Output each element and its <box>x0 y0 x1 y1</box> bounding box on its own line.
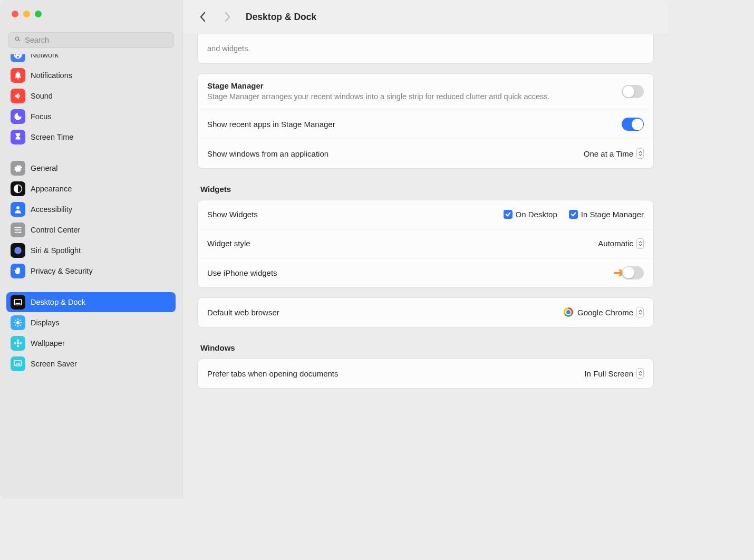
chrome-icon <box>564 307 573 317</box>
svg-point-13 <box>20 342 22 345</box>
row-stage-manager: Stage Manager Stage Manager arranges you… <box>198 74 653 110</box>
moon-icon <box>11 109 25 124</box>
search-input[interactable] <box>25 36 168 44</box>
sidebar: NetworkNotificationsSoundFocusScreen Tim… <box>0 0 182 499</box>
sidebar-item-siri-spotlight[interactable]: Siri & Spotlight <box>6 240 176 260</box>
minimize-window-button[interactable] <box>23 11 30 17</box>
group-stage-manager: Stage Manager Stage Manager arranges you… <box>197 73 654 169</box>
svg-point-11 <box>17 345 20 347</box>
on-desktop-label: On Desktop <box>516 210 557 219</box>
in-stage-label: In Stage Manager <box>581 210 644 219</box>
row-cutoff: and widgets. <box>198 34 653 63</box>
sidebar-item-screen-saver[interactable]: Screen Saver <box>6 354 176 374</box>
group-widgets: Show Widgets On Desktop In Stage Manager <box>197 200 654 288</box>
sidebar-item-control-center[interactable]: Control Center <box>6 220 176 240</box>
svg-point-1 <box>16 206 20 209</box>
sidebar-item-label: Accessibility <box>31 205 72 214</box>
window-controls <box>0 0 182 17</box>
sidebar-item-notifications[interactable]: Notifications <box>6 65 176 85</box>
widget-style-select[interactable]: Automatic <box>598 238 644 249</box>
iphone-widgets-label: Use iPhone widgets <box>207 268 622 277</box>
hourglass-icon <box>11 130 25 144</box>
stepper-icon <box>636 307 644 317</box>
sidebar-item-label: General <box>31 164 58 172</box>
siri-icon <box>11 243 25 258</box>
widgets-header: Widgets <box>200 185 653 194</box>
person-icon <box>11 202 25 217</box>
windows-header: Windows <box>200 343 653 352</box>
stage-manager-toggle[interactable] <box>622 85 644 98</box>
gear-icon <box>11 161 25 176</box>
prefer-tabs-label: Prefer tabs when opening documents <box>207 369 584 378</box>
flower-icon <box>11 336 25 351</box>
sidebar-item-displays[interactable]: Displays <box>6 313 176 333</box>
sidebar-item-network[interactable]: Network <box>6 54 176 65</box>
forward-button[interactable] <box>220 9 235 24</box>
dock-icon <box>11 295 25 310</box>
group-cutoff: and widgets. <box>197 34 654 64</box>
speaker-icon <box>11 89 25 103</box>
sidebar-item-label: Screen Saver <box>31 360 77 368</box>
content: and widgets. Stage Manager Stage Manager… <box>182 34 669 499</box>
widget-style-label: Widget style <box>207 239 598 248</box>
prefer-tabs-select[interactable]: In Full Screen <box>584 368 644 379</box>
group-windows: Prefer tabs when opening documents In Fu… <box>197 359 654 389</box>
on-desktop-checkbox[interactable] <box>504 210 513 219</box>
cutoff-text: and widgets. <box>207 44 644 54</box>
svg-point-5 <box>14 247 22 254</box>
sidebar-item-label: Displays <box>31 318 60 327</box>
sidebar-item-focus[interactable]: Focus <box>6 107 176 127</box>
row-widget-style: Widget style Automatic <box>198 229 653 258</box>
sidebar-item-wallpaper[interactable]: Wallpaper <box>6 333 176 353</box>
svg-rect-14 <box>14 361 22 366</box>
svg-point-4 <box>20 231 21 233</box>
default-browser-label: Default web browser <box>207 308 564 317</box>
globe-icon <box>11 54 25 62</box>
recent-apps-toggle[interactable] <box>622 118 644 131</box>
sidebar-item-screen-time[interactable]: Screen Time <box>6 127 176 147</box>
iphone-widgets-toggle[interactable] <box>622 266 644 279</box>
sidebar-item-general[interactable]: General <box>6 158 176 178</box>
in-stage-checkbox-wrap: In Stage Manager <box>569 210 644 219</box>
sidebar-item-accessibility[interactable]: Accessibility <box>6 199 176 219</box>
search-icon <box>14 35 22 45</box>
show-windows-value: One at a Time <box>584 149 633 158</box>
sidebar-item-label: Privacy & Security <box>31 267 93 275</box>
header: Desktop & Dock <box>182 0 669 34</box>
back-button[interactable] <box>195 9 210 24</box>
show-windows-select[interactable]: One at a Time <box>584 148 644 159</box>
sun-icon <box>11 315 25 330</box>
stage-manager-desc: Stage Manager arranges your recent windo… <box>207 92 622 102</box>
sidebar-item-privacy-security[interactable]: Privacy & Security <box>6 261 176 281</box>
sidebar-item-label: Siri & Spotlight <box>31 246 81 255</box>
svg-point-3 <box>16 229 18 231</box>
default-browser-value: Google Chrome <box>577 308 633 317</box>
row-default-browser: Default web browser Google Chrome <box>198 298 653 327</box>
close-window-button[interactable] <box>12 11 18 17</box>
bell-icon <box>11 68 25 83</box>
svg-point-2 <box>19 227 21 228</box>
sidebar-item-label: Appearance <box>31 185 72 193</box>
default-browser-select[interactable]: Google Chrome <box>564 307 644 317</box>
row-prefer-tabs: Prefer tabs when opening documents In Fu… <box>198 359 653 388</box>
sidebar-item-appearance[interactable]: Appearance <box>6 179 176 199</box>
stepper-icon <box>636 148 644 159</box>
in-stage-checkbox[interactable] <box>569 210 578 219</box>
settings-window: NetworkNotificationsSoundFocusScreen Tim… <box>0 0 669 499</box>
sidebar-item-desktop-dock[interactable]: Desktop & Dock <box>6 292 176 312</box>
sidebar-item-label: Focus <box>31 112 52 121</box>
sliders-icon <box>11 223 25 237</box>
widget-style-value: Automatic <box>598 239 633 248</box>
recent-apps-label: Show recent apps in Stage Manager <box>207 120 622 129</box>
show-windows-label: Show windows from an application <box>207 149 584 158</box>
fullscreen-window-button[interactable] <box>35 11 42 17</box>
row-iphone-widgets: Use iPhone widgets ➔ <box>198 258 653 287</box>
row-recent-apps: Show recent apps in Stage Manager <box>198 110 653 139</box>
sidebar-item-sound[interactable]: Sound <box>6 86 176 106</box>
svg-point-8 <box>16 321 20 324</box>
svg-rect-7 <box>16 303 21 304</box>
contrast-icon <box>11 181 25 196</box>
sidebar-item-label: Sound <box>31 92 53 100</box>
prefer-tabs-value: In Full Screen <box>584 369 633 378</box>
search-field[interactable] <box>8 32 174 48</box>
